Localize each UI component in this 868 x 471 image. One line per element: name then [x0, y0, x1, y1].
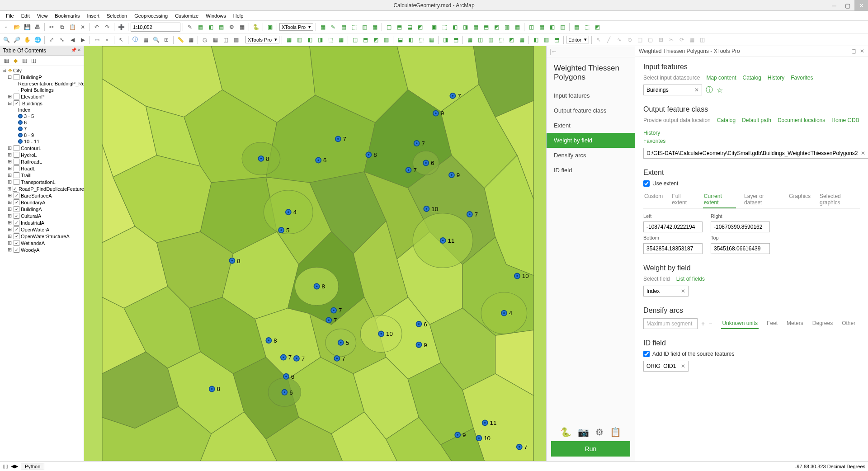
- tab-custom[interactable]: Custom: [643, 191, 664, 208]
- nav-extent[interactable]: Extent: [547, 118, 635, 133]
- xtool-icon[interactable]: ▦: [513, 23, 522, 32]
- pin-icon[interactable]: 📌: [71, 47, 76, 54]
- menu-customize[interactable]: Customize: [172, 12, 202, 19]
- xtool-icon[interactable]: ⬚: [440, 23, 449, 32]
- xtools-dropdown[interactable]: XTools Pro▾: [279, 23, 313, 31]
- id-field-input[interactable]: ORIG_OID1✕: [643, 361, 689, 372]
- xtool-icon[interactable]: ▥: [360, 23, 369, 32]
- nav-densify-arcs[interactable]: Densify arcs: [547, 148, 635, 163]
- bottom-value[interactable]: 3542854.18353187: [643, 243, 703, 254]
- python-icon[interactable]: 🐍: [560, 427, 571, 438]
- tab-graphics[interactable]: Graphics: [788, 191, 811, 208]
- tab-degrees[interactable]: Degrees: [811, 318, 834, 329]
- link-default-path[interactable]: Default path: [742, 117, 771, 123]
- edit-tool-icon[interactable]: ⟳: [677, 35, 686, 44]
- clipboard-icon[interactable]: 📋: [610, 427, 621, 438]
- list-by-visibility-icon[interactable]: ▥: [21, 57, 28, 64]
- maximize-dialog-icon[interactable]: ▢: [851, 48, 856, 54]
- xtool-icon[interactable]: ⬒: [481, 23, 491, 32]
- xtool-icon[interactable]: ▥: [486, 35, 495, 44]
- xtool-icon[interactable]: ⬒: [395, 23, 404, 32]
- xtool-icon[interactable]: ▦: [517, 35, 526, 44]
- xtool-icon[interactable]: ◨: [441, 35, 450, 44]
- editor-toolbar-icon[interactable]: ✎: [185, 23, 194, 32]
- zoom-out-icon[interactable]: 🔎: [12, 35, 21, 44]
- list-by-drawing-icon[interactable]: ▦: [3, 57, 10, 64]
- maximize-button[interactable]: ▢: [841, 0, 854, 11]
- link-favorites[interactable]: Favorites: [791, 75, 813, 81]
- undo-icon[interactable]: ↶: [92, 23, 101, 32]
- edit-tool-icon[interactable]: ◫: [698, 35, 707, 44]
- menu-geoprocessing[interactable]: Geoprocessing: [131, 12, 171, 19]
- editor-dropdown[interactable]: Editor▾: [566, 36, 589, 43]
- xtool-icon[interactable]: ◩: [415, 23, 425, 32]
- scale-input[interactable]: [131, 23, 180, 32]
- xtool-icon[interactable]: ⬚: [349, 23, 359, 32]
- xtool-icon[interactable]: ◨: [316, 35, 325, 44]
- output-path-field[interactable]: D:\GIS-DATA\CalculateGeometry\CitySmall.…: [643, 148, 868, 159]
- find-icon[interactable]: 🔍: [151, 35, 160, 44]
- python-tab[interactable]: Python: [21, 463, 44, 470]
- link-catalog[interactable]: Catalog: [742, 75, 761, 81]
- tab-layer-dataset[interactable]: Layer or dataset: [743, 191, 781, 208]
- delete-icon[interactable]: ✕: [78, 23, 87, 32]
- edit-tool-icon[interactable]: ◫: [636, 35, 645, 44]
- xtool-icon[interactable]: ⬒: [552, 35, 561, 44]
- menu-selection[interactable]: Selection: [104, 12, 130, 19]
- xtool-icon[interactable]: ◧: [305, 35, 314, 44]
- xtool-icon[interactable]: ▥: [295, 35, 304, 44]
- right-value[interactable]: -10870390.8590162: [711, 221, 770, 232]
- xtool-icon[interactable]: ▤: [339, 23, 348, 32]
- xtool-icon[interactable]: ⬒: [361, 35, 370, 44]
- xtool-icon[interactable]: ▦: [318, 23, 327, 32]
- save-icon[interactable]: 💾: [23, 23, 32, 32]
- menu-windows[interactable]: Windows: [203, 12, 229, 19]
- catalog-icon[interactable]: ▣: [265, 23, 274, 32]
- tab-selected-graphics[interactable]: Selected graphics: [819, 191, 860, 208]
- tool-icon[interactable]: ▥: [231, 35, 241, 44]
- menu-edit[interactable]: Edit: [18, 12, 33, 19]
- xtool-icon[interactable]: ⬚: [416, 35, 425, 44]
- select-features-icon[interactable]: ▭: [92, 35, 101, 44]
- nav-output-feature-class[interactable]: Output feature class: [547, 103, 635, 118]
- tool-icon[interactable]: ▦: [186, 35, 195, 44]
- link-doc-locations[interactable]: Document locations: [778, 117, 825, 123]
- full-extent-icon[interactable]: 🌐: [33, 35, 42, 44]
- link-history[interactable]: History: [768, 75, 784, 81]
- zoom-in-icon[interactable]: 🔍: [2, 35, 11, 44]
- open-icon[interactable]: 📂: [12, 23, 21, 32]
- close-toc-icon[interactable]: ✕: [77, 47, 81, 54]
- pan-icon[interactable]: ✋: [23, 35, 32, 44]
- forward-icon[interactable]: ▶: [78, 35, 87, 44]
- xtool-icon[interactable]: ⬚: [582, 23, 591, 32]
- xtool-icon[interactable]: ◫: [350, 35, 359, 44]
- tab-unknown-units[interactable]: Unknown units: [721, 318, 759, 329]
- tool-icon[interactable]: ▦: [196, 23, 205, 32]
- new-icon[interactable]: ▫: [2, 23, 11, 32]
- paste-icon[interactable]: 📋: [68, 23, 77, 32]
- tool-icon[interactable]: ◫: [221, 35, 230, 44]
- edit-tool-icon[interactable]: ⊙: [625, 35, 634, 44]
- gear-icon[interactable]: ⚙: [595, 427, 604, 438]
- tool-icon[interactable]: ▦: [237, 23, 246, 32]
- fixed-zoom-in-icon[interactable]: ⤢: [47, 35, 56, 44]
- edit-tool-icon[interactable]: ⊞: [656, 35, 665, 44]
- add-id-checkbox[interactable]: [643, 351, 650, 357]
- identify-icon[interactable]: ⓘ: [131, 35, 140, 44]
- clear-selection-icon[interactable]: ▫: [103, 35, 112, 44]
- tool-icon[interactable]: ▦: [211, 35, 220, 44]
- xtool-icon[interactable]: ▦: [471, 23, 480, 32]
- xtool-icon[interactable]: ▦: [336, 35, 345, 44]
- camera-icon[interactable]: 📷: [578, 427, 589, 438]
- xtool-icon[interactable]: ▦: [572, 23, 581, 32]
- minus-icon[interactable]: −: [708, 320, 712, 327]
- xtool-icon[interactable]: ◧: [450, 23, 459, 32]
- edit-tool-icon[interactable]: ✂: [667, 35, 676, 44]
- clear-icon[interactable]: ✕: [681, 288, 685, 294]
- tool-icon[interactable]: ◧: [206, 23, 215, 32]
- xtool-icon[interactable]: ▦: [427, 35, 436, 44]
- python-icon[interactable]: 🐍: [251, 23, 260, 32]
- xtool-icon[interactable]: ▥: [382, 35, 391, 44]
- tool-icon[interactable]: ⚙: [227, 23, 236, 32]
- xtool-icon[interactable]: ◩: [593, 23, 602, 32]
